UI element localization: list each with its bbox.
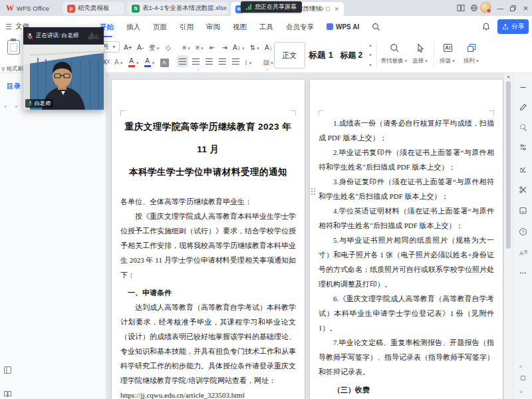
paragraph-dialog-launcher[interactable]: ⌟ [266,66,268,71]
text-direction-button[interactable]: A↕▼ [231,41,247,53]
scroll-up-arrow[interactable]: ▲ [504,74,513,78]
link-text[interactable]: https://jj.cqwu.edu.cn/article_323503.ht… [120,388,296,399]
paragraph[interactable]: 按《重庆文理学院成人高等教育本科毕业生学士学位授予工作实施细则（试行）》要求，结… [120,209,296,282]
text-transform-button[interactable]: 变▼ [148,41,162,53]
tab-tools[interactable]: 工具 [259,16,273,37]
help-icon[interactable]: ? [518,227,528,237]
chevron-down-icon[interactable]: ˅ [4,104,7,110]
restore-button[interactable] [507,3,519,13]
vertical-scrollbar[interactable]: ▲ [504,73,513,399]
increase-indent-button[interactable]: ⇥ [219,41,229,53]
close-tab-icon[interactable]: ✕ [334,6,339,13]
line-spacing-button[interactable]: ↕▼ [243,55,254,67]
char-shading-button[interactable]: A [159,55,170,67]
sort-button[interactable]: A↓ [263,41,274,53]
wps-ai-button[interactable]: WPS AI [327,23,359,31]
page-thumbnail-icon[interactable] [521,376,525,380]
arrange-button[interactable]: 排列▼ [460,41,483,65]
style-gallery-arrows[interactable]: ▲▼▼ [367,43,372,67]
numbered-list-button[interactable]: ≡▼ [194,41,205,53]
meeting-video-overlay[interactable]: 正在讲话: 白老师 [23,27,104,110]
select-button[interactable]: 选择▼ [410,41,431,65]
paragraph[interactable]: 3.身份证复印件（须在证书上面签署“与原件相符和学生姓名”后扫描成 PDF 版本… [319,174,494,203]
heading[interactable]: （三）收费 [319,382,494,397]
notification-bell-icon[interactable] [481,22,491,31]
heading[interactable]: 一、申请条件 [120,285,296,300]
tab-page[interactable]: 页面 [153,16,167,37]
align-right-icon [205,59,213,65]
edit-pencil-icon[interactable] [518,102,528,112]
paragraph[interactable]: 各单位、全体高等学历继续教育毕业生： [120,194,296,209]
tab-view[interactable]: 视图 [233,16,247,37]
minimize-button[interactable]: — [495,3,506,13]
notes-card-icon[interactable] [518,205,528,215]
pin-tab-icon[interactable] [326,7,330,11]
page-2[interactable]: 1.成绩表一份（请务必自行核算好平均成绩，扫描成 PDF 版本上交）； 2.毕业… [310,80,503,399]
document-canvas[interactable]: 重庆文理学院高等学历继续教育 2023 年 11 月 本科学生学士学位申请材料受… [106,73,504,399]
panel-book-icon[interactable] [3,390,12,398]
next-page-icon[interactable]: ˅ [519,389,523,395]
align-right-button[interactable] [203,55,215,67]
paste-button[interactable] [3,40,23,55]
justify-button[interactable] [217,55,228,67]
font-color-button[interactable]: A▼ [143,55,157,67]
text-effect-button[interactable]: A▼ [113,55,125,67]
close-button[interactable]: ✕ [520,3,531,13]
globe-icon[interactable] [468,3,479,13]
toc-tab[interactable]: 目录 [7,82,21,91]
tab-wps-home[interactable]: W WPS Office [1,2,54,15]
panel-pages-icon[interactable] [3,366,12,374]
style-heading2[interactable]: 标题 2 [336,50,366,61]
paragraph[interactable]: 7.毕业论文定稿、重复率检测报告、开题报告（指导教师手写签字）、指导记录表（指导… [319,335,494,379]
mic-on-icon [28,100,33,106]
chevron-up-icon[interactable]: ˄ [15,104,18,110]
tab-spreadsheet[interactable]: S 表1-4-1专业基本情况数据.xlsx [127,2,228,15]
paragraph[interactable]: 6.《重庆文理学院成人高等教育（高等教育自学考试）本科毕业生申请学士学位登记表》… [319,291,494,335]
paragraph-drag-handle[interactable] [311,188,315,195]
format-painter-button[interactable]: 格式刷 [1,65,23,73]
shading-fill-button[interactable]: ▨▼ [261,55,275,67]
char-scale-button[interactable]: ⇅▼ [249,41,261,53]
align-left-button[interactable] [177,55,188,67]
clear-format-button[interactable]: ◇ [163,41,173,53]
user-avatar[interactable] [480,2,491,13]
collapse-toolbar-icon[interactable] [518,82,528,92]
share-button[interactable]: 分享 [497,19,529,34]
font-dialog-launcher[interactable]: ⌟ [197,66,199,71]
lasso-select-icon[interactable] [518,122,528,132]
paragraph[interactable]: 4.学位英语证明材料（须在证书上面签署“与原件相符和学生姓名”后扫描成 PDF … [319,203,494,233]
translate-icon[interactable]: A文 [518,248,528,258]
scrollbar-thumb[interactable] [506,81,511,249]
align-center-icon [192,59,200,65]
paragraph[interactable]: 5.与毕业证书照片相同的纸质照片（规格为大一寸）和电子照片各 1 张（电子照片必… [319,233,494,291]
decrease-font-button[interactable]: A- [136,41,146,53]
scissors-icon[interactable] [518,185,528,195]
tab-docer-template[interactable]: p 稻壳类模板 [63,2,124,15]
align-center-button[interactable] [190,55,201,67]
tab-reference[interactable]: 引用 [180,16,194,37]
distribute-button[interactable] [230,55,241,67]
paragraph[interactable]: 达到成人高等教育（高等教育自学考试）本科教学计划要求，经考核准予毕业，其课程学习… [120,300,296,388]
increase-font-button[interactable]: A+ [122,41,134,53]
tab-insert[interactable]: 插入 [126,16,140,37]
more-icon[interactable] [518,268,528,278]
signature-icon[interactable] [518,164,528,174]
style-heading1[interactable]: 标题 1 [307,49,336,61]
style-body-text[interactable]: 正文 [274,42,305,68]
highlight-color-button[interactable]: A▼ [127,55,141,67]
participant-name-tag: 白老师 [25,99,53,108]
adjust-sliders-icon[interactable] [518,142,528,152]
find-replace-button[interactable]: 查找替换▼ [379,41,410,65]
tab-review[interactable]: 审阅 [206,16,220,37]
decrease-indent-button[interactable]: ⇤ [207,41,217,53]
split-view-icon[interactable] [455,3,466,13]
previous-page-icon[interactable]: ˄ [519,364,523,370]
search-icon[interactable] [372,23,380,31]
typeset-button[interactable]: 排版▼ [436,41,459,65]
tab-member[interactable]: 会员专享 [286,16,314,37]
paragraph[interactable]: 1.成绩表一份（请务必自行核算好平均成绩，扫描成 PDF 版本上交）； [319,116,494,145]
document-title[interactable]: 重庆文理学院高等学历继续教育 2023 年 11 月 本科学生学士学位申请材料受… [120,116,296,184]
bullet-list-button[interactable]: ≡▼ [181,41,192,53]
page-1[interactable]: 重庆文理学院高等学历继续教育 2023 年 11 月 本科学生学士学位申请材料受… [112,80,305,399]
paragraph[interactable]: 2.毕业证书复印件（须在证书上面签署“与原件相符和学生姓名”后扫描成 PDF 版… [319,145,494,174]
